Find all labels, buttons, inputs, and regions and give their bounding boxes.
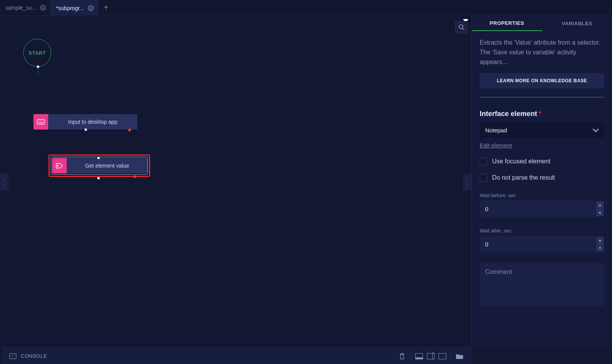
chevron-down-icon [593, 127, 599, 133]
flow-canvas[interactable]: START Input to desktop app Get element v… [0, 16, 472, 348]
step-down-button[interactable]: ▼ [596, 209, 603, 217]
start-node[interactable]: START [23, 39, 51, 67]
divider [450, 352, 451, 361]
number-stepper: ▲ ▼ [596, 237, 603, 251]
step-down-button[interactable]: ▼ [596, 244, 603, 252]
chevron-right-icon: › [3, 182, 5, 187]
field-label-interface-element: Interface element* [480, 110, 604, 118]
close-icon[interactable]: ✕ [40, 5, 46, 11]
tab-label: *subprogr... [56, 5, 84, 11]
node-get-element-value[interactable]: Get element value [52, 158, 147, 173]
wait-before-label: Wait before, sec [480, 192, 604, 198]
layout-bottom-button[interactable] [415, 353, 423, 359]
tab-label: sample_su... [5, 5, 36, 11]
step-up-button[interactable]: ▲ [596, 201, 603, 209]
right-panel-toggle[interactable]: ‹ › [463, 173, 472, 191]
wait-before-input[interactable]: 0 ▲ ▼ [480, 201, 604, 217]
tab-label: Properties [490, 20, 524, 26]
do-not-parse-result-checkbox[interactable]: Do not parse the result [480, 174, 604, 182]
console-bar[interactable]: CONSOLE [2, 348, 472, 364]
step-up-button[interactable]: ▲ [596, 237, 603, 244]
chevron-left-icon: ‹ [3, 177, 5, 182]
select-value: Notepad [485, 127, 507, 133]
checkbox-label: Use focused element [492, 158, 550, 165]
node-input-to-desktop-app[interactable]: Input to desktop app [33, 114, 137, 130]
tab-properties[interactable]: Properties [472, 16, 542, 31]
trash-icon[interactable] [397, 351, 407, 361]
checkbox-box [480, 158, 487, 165]
chevron-right-icon: › [466, 182, 468, 187]
tab-subprogram[interactable]: *subprogr... ✕ [50, 0, 98, 15]
tab-label: Variables [562, 21, 592, 26]
label-text: Interface element [480, 110, 537, 118]
close-icon[interactable]: ✕ [88, 5, 94, 11]
connection-wires [0, 16, 116, 74]
learn-more-button[interactable]: LEARN MORE ON KNOWLEDGE BASE [480, 73, 604, 88]
required-asterisk: * [539, 110, 541, 118]
node-port[interactable] [84, 128, 87, 131]
wait-after-label: Wait after, sec [480, 228, 604, 234]
console-label: CONSOLE [21, 353, 47, 359]
input-value: 0 [485, 206, 488, 212]
divider [480, 97, 604, 97]
add-tab-button[interactable]: + [98, 0, 114, 15]
node-error-port[interactable] [128, 128, 131, 132]
node-label: Input to desktop app [48, 119, 137, 125]
svg-point-9 [57, 165, 58, 166]
tab-bar: sample_su... ✕ *subprogr... ✕ + [0, 0, 612, 16]
tag-icon [52, 158, 67, 173]
edit-element-link[interactable]: Edit element [480, 142, 512, 149]
layout-full-button[interactable] [439, 353, 446, 359]
folder-icon[interactable] [454, 351, 465, 361]
divider [411, 352, 411, 361]
node-port[interactable] [36, 65, 40, 68]
node-label: Get element value [67, 163, 147, 169]
tab-sample[interactable]: sample_su... ✕ [0, 0, 50, 15]
svg-line-1 [463, 28, 464, 30]
comment-textarea[interactable] [480, 263, 604, 306]
keyboard-icon [33, 114, 48, 130]
checkbox-box [480, 174, 487, 182]
node-port[interactable] [97, 156, 100, 159]
layout-right-button[interactable] [427, 353, 435, 359]
console-icon [9, 354, 16, 359]
chevron-left-icon: ‹ [466, 177, 468, 182]
node-error-port[interactable] [133, 175, 136, 178]
checkbox-label: Do not parse the result [492, 174, 555, 181]
wait-after-input[interactable]: 0 ▲ ▼ [480, 236, 604, 252]
svg-point-0 [459, 25, 463, 29]
properties-panel: Properties Variables Extracts the 'Value… [472, 16, 612, 348]
start-label: START [29, 50, 46, 56]
number-stepper: ▲ ▼ [596, 201, 603, 216]
node-port[interactable] [97, 177, 100, 180]
left-panel-toggle[interactable]: ‹ › [0, 173, 9, 191]
search-button[interactable] [455, 21, 468, 33]
use-focused-element-checkbox[interactable]: Use focused element [480, 158, 604, 165]
tab-variables[interactable]: Variables [542, 16, 612, 31]
activity-description: Extracts the 'Value' attribute from a se… [480, 38, 604, 67]
svg-rect-3 [37, 120, 44, 124]
input-value: 0 [485, 241, 488, 248]
interface-element-select[interactable]: Notepad [480, 122, 604, 138]
